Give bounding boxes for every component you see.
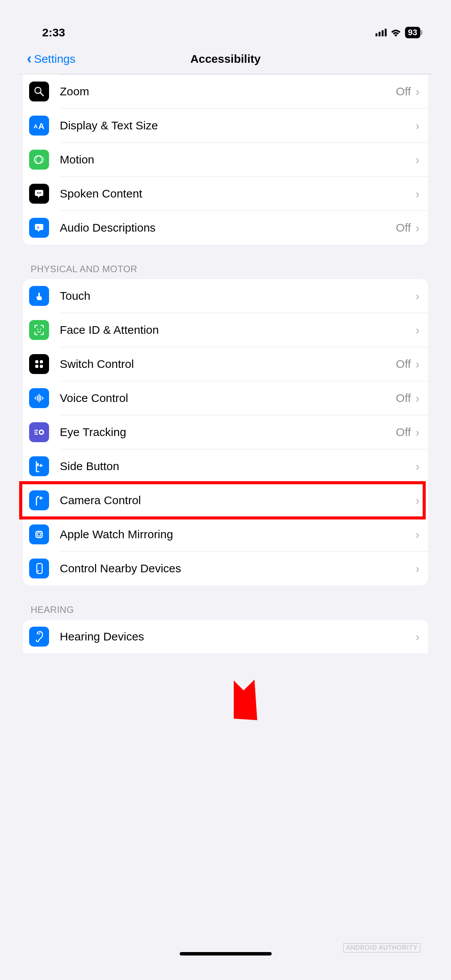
chevron-right-icon: › — [415, 357, 420, 371]
setting-label: Face ID & Attention — [60, 323, 415, 336]
motion-icon — [29, 150, 49, 170]
hearing-icon — [29, 627, 49, 647]
settings-row-touch[interactable]: Touch › — [23, 279, 428, 313]
back-label: Settings — [34, 52, 75, 65]
chevron-right-icon: › — [415, 493, 420, 508]
status-bar: 2:33 93 — [19, 19, 432, 43]
settings-row-voice-control[interactable]: Voice Control Off › — [23, 381, 428, 415]
chevron-right-icon: › — [415, 562, 420, 576]
side-button-icon — [29, 456, 49, 476]
watermark: ANDROID AUTHORITY — [343, 943, 420, 952]
faceid-icon — [29, 320, 49, 340]
status-right: 93 — [376, 27, 420, 38]
nearby-icon — [29, 559, 49, 578]
chevron-right-icon: › — [415, 528, 420, 542]
setting-label: Touch — [60, 289, 415, 302]
settings-row-audio-descriptions[interactable]: » Audio Descriptions Off › — [23, 211, 428, 245]
touch-icon — [29, 286, 49, 306]
setting-label: Motion — [60, 153, 415, 166]
setting-value: Off — [396, 426, 411, 439]
setting-label: Voice Control — [60, 392, 396, 405]
chevron-right-icon: › — [415, 391, 420, 405]
svg-text:A: A — [38, 121, 44, 131]
setting-value: Off — [396, 358, 411, 371]
svg-line-1 — [40, 93, 43, 96]
setting-label: Apple Watch Mirroring — [60, 528, 415, 541]
annotation-arrow — [234, 651, 330, 727]
setting-label: Audio Descriptions — [60, 221, 396, 234]
camera-control-icon — [29, 490, 49, 510]
section-header-hearing: HEARING — [19, 585, 432, 620]
settings-row-switch-control[interactable]: Switch Control Off › — [23, 347, 428, 381]
svg-rect-27 — [37, 463, 39, 466]
settings-group-hearing: Hearing Devices › — [23, 620, 428, 653]
chevron-right-icon: › — [415, 630, 420, 644]
cellular-signal-icon — [376, 29, 387, 36]
svg-point-8 — [37, 193, 38, 194]
navigation-bar: ‹ Settings Accessibility — [19, 43, 432, 74]
settings-row-camera-control[interactable]: Camera Control › — [23, 483, 428, 517]
section-header-physical: PHYSICAL AND MOTOR — [19, 245, 432, 279]
svg-point-6 — [34, 156, 42, 163]
chevron-right-icon: › — [415, 289, 420, 303]
setting-value: Off — [396, 392, 411, 405]
svg-point-2 — [36, 89, 39, 92]
voice-icon — [29, 388, 49, 408]
phone-screen: 2:33 93 ‹ Settings Accessibility Zoom Of… — [19, 19, 432, 961]
home-indicator[interactable] — [180, 952, 272, 956]
chevron-left-icon: ‹ — [27, 51, 32, 67]
zoom-icon — [29, 82, 49, 101]
watch-icon — [29, 524, 49, 544]
setting-label: Eye Tracking — [60, 426, 396, 439]
back-button[interactable]: ‹ Settings — [27, 51, 75, 67]
svg-text:A: A — [34, 123, 38, 129]
svg-point-14 — [40, 329, 41, 330]
text-size-icon: AA — [29, 116, 49, 136]
audio-desc-icon: » — [29, 218, 49, 238]
eye-icon — [29, 422, 49, 442]
svg-rect-15 — [35, 360, 38, 363]
spoken-icon — [29, 184, 49, 204]
chevron-right-icon: › — [415, 187, 420, 201]
settings-group-physical: Touch › Face ID & Attention › Switch Con… — [23, 279, 428, 585]
settings-group-vision: Zoom Off › AA Display & Text Size › Moti… — [23, 74, 428, 245]
battery-indicator: 93 — [405, 27, 420, 38]
chevron-right-icon: › — [415, 425, 420, 439]
chevron-right-icon: › — [415, 119, 420, 133]
setting-label: Camera Control — [60, 494, 415, 507]
svg-rect-28 — [36, 531, 42, 537]
setting-label: Spoken Content — [60, 187, 415, 200]
settings-row-hearing-devices[interactable]: Hearing Devices › — [23, 620, 428, 653]
setting-label: Side Button — [60, 460, 415, 473]
status-time: 2:33 — [42, 26, 65, 39]
svg-point-26 — [40, 431, 43, 434]
chevron-right-icon: › — [415, 459, 420, 474]
settings-row-spoken-content[interactable]: Spoken Content › — [23, 177, 428, 211]
page-title: Accessibility — [190, 52, 261, 65]
svg-rect-30 — [37, 564, 42, 573]
chevron-right-icon: › — [415, 85, 420, 99]
settings-row-side-button[interactable]: Side Button › — [23, 449, 428, 483]
svg-rect-29 — [38, 533, 41, 536]
svg-point-13 — [37, 329, 38, 330]
switch-icon — [29, 354, 49, 374]
settings-row-eye-tracking[interactable]: Eye Tracking Off › — [23, 415, 428, 449]
settings-row-motion[interactable]: Motion › — [23, 143, 428, 176]
svg-marker-32 — [234, 679, 276, 727]
svg-rect-31 — [234, 666, 246, 709]
svg-rect-18 — [40, 365, 43, 368]
setting-label: Control Nearby Devices — [60, 562, 415, 575]
settings-row-zoom[interactable]: Zoom Off › — [23, 75, 428, 108]
wifi-icon — [390, 28, 401, 37]
svg-text:»: » — [37, 224, 39, 230]
settings-row-nearby-devices[interactable]: Control Nearby Devices › — [23, 552, 428, 585]
setting-label: Switch Control — [60, 358, 396, 371]
settings-row-faceid[interactable]: Face ID & Attention › — [23, 313, 428, 347]
settings-row-display-text[interactable]: AA Display & Text Size › — [23, 109, 428, 142]
setting-value: Off — [396, 85, 411, 98]
setting-value: Off — [396, 221, 411, 234]
setting-label: Zoom — [60, 85, 396, 98]
settings-row-watch-mirroring[interactable]: Apple Watch Mirroring › — [23, 518, 428, 551]
svg-rect-16 — [40, 360, 43, 363]
chevron-right-icon: › — [415, 153, 420, 167]
